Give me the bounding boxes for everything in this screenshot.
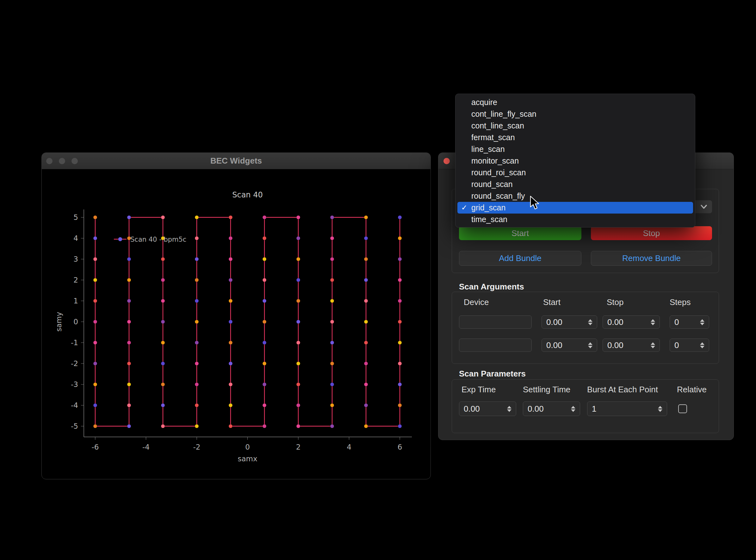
svg-text:0: 0 xyxy=(74,318,78,326)
scan-dropdown-list: acquirecont_line_fly_scancont_line_scanf… xyxy=(455,97,695,225)
add-bundle-label: Add Bundle xyxy=(499,254,541,263)
exp-time-spinbox[interactable]: 0.00 xyxy=(459,401,516,416)
start-button-label: Start xyxy=(511,228,529,238)
dropdown-item-grid_scan[interactable]: ✓grid_scan xyxy=(457,202,693,214)
dropdown-item-label: time_scan xyxy=(471,215,507,224)
steps-spinbox-row1[interactable]: 0 xyxy=(670,316,709,329)
add-bundle-button[interactable]: Add Bundle xyxy=(459,251,581,266)
spin-value: 0.00 xyxy=(603,340,648,350)
svg-text:5: 5 xyxy=(74,213,78,221)
stop-spinbox-row1[interactable]: 0.00 xyxy=(602,316,660,329)
stop-spinbox-row2[interactable]: 0.00 xyxy=(602,339,660,352)
burst-spinbox[interactable]: 1 xyxy=(587,401,667,416)
dropdown-item-label: fermat_scan xyxy=(471,133,515,142)
spin-value: 0.00 xyxy=(603,317,648,327)
svg-text:3: 3 xyxy=(74,255,78,263)
start-column-header: Start xyxy=(543,297,560,307)
svg-text:-1: -1 xyxy=(71,339,78,347)
stop-column-header: Stop xyxy=(607,297,624,307)
spinner-arrows-icon[interactable] xyxy=(505,406,516,412)
dropdown-item-round_scan[interactable]: round_scan xyxy=(457,178,693,190)
start-spinbox-row2[interactable]: 0.00 xyxy=(542,339,597,352)
dropdown-item-label: round_scan xyxy=(471,180,513,189)
spinner-arrows-icon[interactable] xyxy=(586,342,597,348)
svg-text:4: 4 xyxy=(347,443,351,451)
plot-window-titlebar[interactable]: BEC Widgets xyxy=(42,153,430,169)
dropdown-item-label: round_scan_fly xyxy=(471,192,525,201)
dropdown-item-cont_line_fly_scan[interactable]: cont_line_fly_scan xyxy=(457,108,693,120)
settling-time-header: Settling Time xyxy=(523,385,570,395)
dropdown-item-cont_line_scan[interactable]: cont_line_scan xyxy=(457,120,693,132)
remove-bundle-button[interactable]: Remove Bundle xyxy=(591,251,712,266)
scan-dropdown-menu: acquirecont_line_fly_scancont_line_scanf… xyxy=(455,94,695,227)
settling-time-spinbox[interactable]: 0.00 xyxy=(523,401,580,416)
svg-text:samy: samy xyxy=(55,312,63,332)
svg-text:-2: -2 xyxy=(193,443,201,451)
svg-text:-6: -6 xyxy=(92,443,99,451)
start-spinbox-row1[interactable]: 0.00 xyxy=(542,316,597,329)
dropdown-item-label: acquire xyxy=(471,98,497,107)
scan-plot: -6-4-20246543210-1-2-3-4-5Scan 40samxsam… xyxy=(42,169,430,479)
spinner-arrows-icon[interactable] xyxy=(586,319,597,325)
spinner-arrows-icon[interactable] xyxy=(648,342,659,348)
dropdown-item-monitor_scan[interactable]: monitor_scan xyxy=(457,155,693,167)
dropdown-item-time_scan[interactable]: time_scan xyxy=(457,214,693,225)
spin-value: 0.00 xyxy=(459,404,505,414)
dropdown-item-label: monitor_scan xyxy=(471,156,519,165)
dropdown-item-round_roi_scan[interactable]: round_roi_scan xyxy=(457,167,693,178)
dropdown-item-line_scan[interactable]: line_scan xyxy=(457,143,693,155)
close-window-icon[interactable] xyxy=(444,158,450,164)
device-column-header: Device xyxy=(464,297,489,307)
dropdown-item-label: line_scan xyxy=(471,145,505,154)
start-button[interactable]: Start xyxy=(459,226,581,240)
spin-value: 0.00 xyxy=(542,317,586,327)
stop-button[interactable]: Stop xyxy=(591,226,712,240)
checkmark-icon: ✓ xyxy=(461,203,467,212)
steps-spinbox-row2[interactable]: 0 xyxy=(670,339,709,352)
relative-checkbox[interactable] xyxy=(678,404,687,413)
dropdown-item-label: cont_line_scan xyxy=(471,121,524,131)
burst-header: Burst At Each Point xyxy=(587,385,658,395)
spin-value: 0.00 xyxy=(542,340,586,350)
svg-text:6: 6 xyxy=(397,443,402,451)
dropdown-item-round_scan_fly[interactable]: round_scan_fly xyxy=(457,190,693,202)
remove-bundle-label: Remove Bundle xyxy=(622,254,681,263)
spin-value: 0 xyxy=(670,340,697,350)
dropdown-item-label: grid_scan xyxy=(471,203,506,212)
spinner-arrows-icon[interactable] xyxy=(648,319,659,325)
svg-text:2: 2 xyxy=(74,276,78,284)
svg-text:-2: -2 xyxy=(71,359,78,368)
svg-text:1: 1 xyxy=(74,297,78,305)
spin-value: 0 xyxy=(670,317,697,327)
dropdown-item-acquire[interactable]: acquire xyxy=(457,97,693,108)
scan-parameters-title: Scan Parameters xyxy=(459,369,526,379)
window-title: BEC Widgets xyxy=(42,153,430,169)
mouse-cursor-icon xyxy=(530,196,540,211)
svg-text:4: 4 xyxy=(74,234,78,242)
svg-text:-5: -5 xyxy=(71,422,78,430)
svg-text:0: 0 xyxy=(245,443,250,451)
chevron-down-icon xyxy=(699,203,708,210)
spin-value: 1 xyxy=(587,404,655,414)
stop-button-label: Stop xyxy=(643,228,660,238)
relative-header: Relative xyxy=(677,385,707,395)
svg-text:samx: samx xyxy=(238,455,257,463)
desktop: BEC Widgets -6-4-20246543210-1-2-3-4-5Sc… xyxy=(0,0,756,560)
spinner-arrows-icon[interactable] xyxy=(568,406,580,412)
spinner-arrows-icon[interactable] xyxy=(697,319,709,325)
dropdown-item-label: round_roi_scan xyxy=(471,168,526,177)
spinner-arrows-icon[interactable] xyxy=(655,406,667,412)
scan-arguments-title: Scan Arguments xyxy=(459,282,524,292)
device-input-row1[interactable] xyxy=(459,316,532,329)
svg-text:-3: -3 xyxy=(71,380,78,388)
device-input-row2[interactable] xyxy=(459,339,532,352)
dropdown-item-label: cont_line_fly_scan xyxy=(471,109,536,119)
svg-text:-4: -4 xyxy=(71,401,78,409)
dropdown-item-fermat_scan[interactable]: fermat_scan xyxy=(457,132,693,143)
plot-window: BEC Widgets -6-4-20246543210-1-2-3-4-5Sc… xyxy=(41,153,431,479)
spin-value: 0.00 xyxy=(523,404,568,414)
svg-text:-4: -4 xyxy=(142,443,150,451)
steps-column-header: Steps xyxy=(670,297,691,307)
spinner-arrows-icon[interactable] xyxy=(697,342,709,348)
svg-text:Scan 40 - bpm5c: Scan 40 - bpm5c xyxy=(130,236,186,243)
